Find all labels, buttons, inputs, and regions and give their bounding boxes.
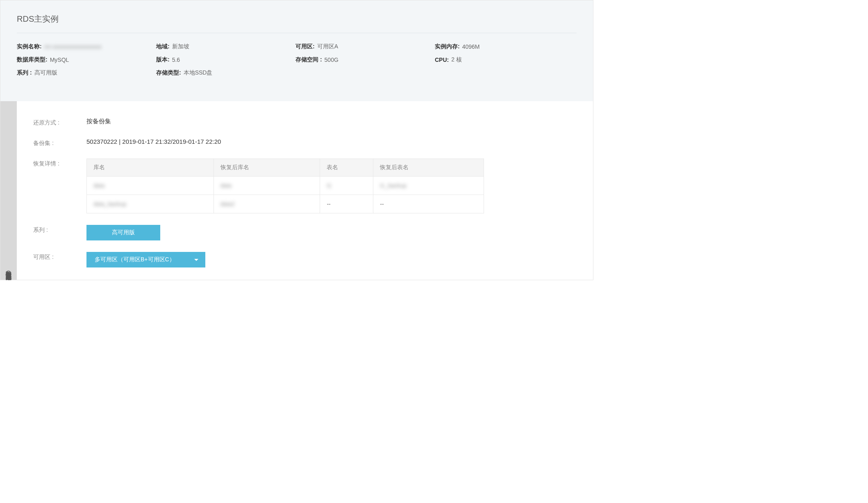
row-backup-set: 备份集 : 502370222 | 2019-01-17 21:32/2019-… — [33, 138, 577, 147]
zone-dropdown[interactable]: 多可用区（可用区B+可用区C） — [86, 252, 205, 267]
cell-newdb: data — [220, 182, 232, 189]
info-storage: 存储空间 : 500G — [295, 56, 435, 63]
form-label: 恢复详情 : — [33, 159, 86, 168]
form-label: 还原方式 : — [33, 118, 86, 127]
series-option-button[interactable]: 高可用版 — [86, 225, 160, 240]
series-option-label: 高可用版 — [112, 229, 135, 236]
row-zone: 可用区 : 多可用区（可用区B+可用区C） — [33, 252, 577, 267]
cell-tbl: t1 — [327, 182, 332, 189]
info-cpu: CPU: 2 核 — [435, 56, 574, 63]
info-value: 5.6 — [172, 57, 180, 63]
cell-newtbl: -- — [380, 201, 384, 207]
cell-tbl: -- — [327, 201, 330, 207]
info-value: MySQL — [50, 57, 69, 63]
cell-db: data_backup — [93, 201, 126, 207]
chevron-down-icon — [194, 256, 199, 263]
cell-newdb: data2 — [220, 201, 235, 207]
instance-info-grid: 实例名称: rm-xxxxxxxxxxxxxxxxx 地域: 新加坡 可用区: … — [17, 43, 577, 77]
table-row: data data t1 t1_backup — [87, 177, 484, 195]
table-header-row: 库名 恢复后库名 表名 恢复后表名 — [87, 159, 484, 177]
row-series: 系列 : 高可用版 — [33, 225, 577, 240]
row-restore-detail: 恢复详情 : 库名 恢复后库名 表名 恢复后表名 — [33, 159, 577, 213]
info-label: 实例内存: — [435, 43, 460, 50]
col-new-table-name: 恢复后表名 — [373, 159, 484, 177]
table-row: data_backup data2 -- -- — [87, 195, 484, 213]
restore-section: 数据库恢复（原克隆实例） 还原方式 : 按备份集 备份集 : 502370222… — [0, 101, 593, 280]
form-label: 可用区 : — [33, 252, 86, 261]
info-label: 实例名称: — [17, 43, 42, 50]
info-region: 地域: 新加坡 — [156, 43, 295, 50]
restore-detail-table-wrap: 库名 恢复后库名 表名 恢复后表名 data data t1 t — [86, 159, 577, 213]
zone-dropdown-label: 多可用区（可用区B+可用区C） — [95, 256, 175, 263]
info-label: CPU: — [435, 57, 449, 63]
form-value: 502370222 | 2019-01-17 21:32/2019-01-17 … — [86, 138, 577, 145]
info-label: 数据库类型: — [17, 56, 48, 63]
page-container: RDS主实例 实例名称: rm-xxxxxxxxxxxxxxxxx 地域: 新加… — [0, 0, 593, 280]
form-value: 按备份集 — [86, 118, 577, 125]
info-value: 4096M — [462, 43, 480, 50]
col-new-dbname: 恢复后库名 — [214, 159, 320, 177]
cell-db: data — [93, 182, 105, 189]
restore-detail-table: 库名 恢复后库名 表名 恢复后表名 data data t1 t — [86, 159, 484, 213]
row-restore-mode: 还原方式 : 按备份集 — [33, 118, 577, 127]
info-value: 本地SSD盘 — [184, 69, 213, 77]
col-table-name: 表名 — [320, 159, 373, 177]
info-label: 系列 : — [17, 69, 32, 77]
info-value: 2 核 — [451, 56, 462, 63]
info-memory: 实例内存: 4096M — [435, 43, 574, 50]
info-value: rm-xxxxxxxxxxxxxxxxx — [44, 43, 102, 50]
form-label: 备份集 : — [33, 138, 86, 147]
instance-summary-panel: RDS主实例 实例名称: rm-xxxxxxxxxxxxxxxxx 地域: 新加… — [0, 0, 593, 101]
info-zone: 可用区: 可用区A — [295, 43, 435, 50]
info-label: 地域: — [156, 43, 170, 50]
info-value: 500G — [325, 57, 339, 63]
side-tab-db-restore[interactable]: 数据库恢复（原克隆实例） — [0, 101, 17, 280]
side-tab-label: 数据库恢复（原克隆实例） — [5, 267, 12, 272]
cell-newtbl: t1_backup — [380, 182, 407, 189]
info-value: 可用区A — [317, 43, 338, 50]
info-version: 版本: 5.6 — [156, 56, 295, 63]
info-series: 系列 : 高可用版 — [17, 69, 156, 77]
info-instance-name: 实例名称: rm-xxxxxxxxxxxxxxxxx — [17, 43, 156, 50]
info-label: 版本: — [156, 56, 170, 63]
form-label: 系列 : — [33, 225, 86, 234]
info-storage-type: 存储类型: 本地SSD盘 — [156, 69, 295, 77]
info-db-type: 数据库类型: MySQL — [17, 56, 156, 63]
restore-form: 还原方式 : 按备份集 备份集 : 502370222 | 2019-01-17… — [17, 101, 593, 280]
info-label: 可用区: — [295, 43, 315, 50]
info-label: 存储类型: — [156, 69, 181, 77]
col-dbname: 库名 — [87, 159, 214, 177]
panel-title: RDS主实例 — [17, 14, 577, 33]
info-value: 新加坡 — [172, 43, 189, 50]
info-label: 存储空间 : — [295, 56, 322, 63]
info-value: 高可用版 — [34, 69, 57, 77]
